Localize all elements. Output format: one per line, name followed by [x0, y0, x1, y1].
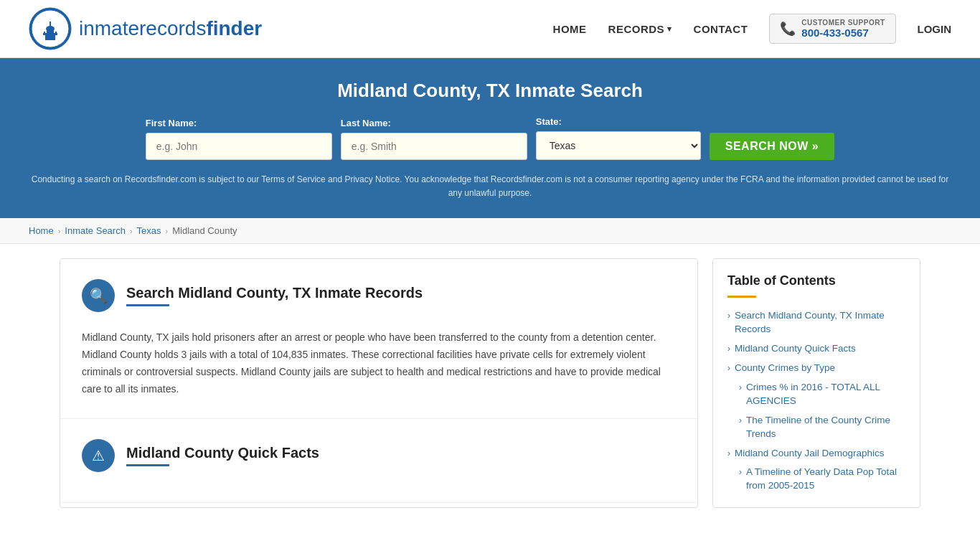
quick-facts-section: ⚠ Midland County Quick Facts — [60, 419, 697, 503]
chevron-icon-1: › — [727, 311, 730, 321]
last-name-group: Last Name: — [341, 118, 527, 160]
toc-title: Table of Contents — [727, 273, 905, 288]
toc-item-3: › County Crimes by Type — [727, 362, 905, 375]
toc-link-6[interactable]: Midland County Jail Demographics — [735, 447, 885, 461]
chevron-icon-2: › — [727, 344, 730, 354]
toc-link-3[interactable]: County Crimes by Type — [735, 362, 835, 375]
toc-box: Table of Contents › Search Midland Count… — [712, 258, 920, 508]
breadcrumb-home[interactable]: Home — [29, 225, 54, 236]
last-name-input[interactable] — [341, 133, 527, 160]
search-form: First Name: Last Name: State: Texas SEAR… — [29, 116, 951, 160]
warning-icon: ⚠ — [82, 439, 115, 472]
section-underline-2 — [126, 464, 169, 466]
breadcrumb-texas[interactable]: Texas — [137, 225, 161, 236]
last-name-label: Last Name: — [341, 118, 391, 128]
hero-title: Midland County, TX Inmate Search — [29, 80, 951, 102]
section-title-quickfacts: Midland County Quick Facts — [126, 445, 319, 461]
nav-contact[interactable]: CONTACT — [694, 23, 748, 35]
svg-rect-6 — [50, 22, 51, 29]
section-header-inmate: 🔍 Search Midland County, TX Inmate Recor… — [82, 279, 676, 312]
logo-text-bold: finder — [206, 17, 262, 39]
disclaimer-text: Conducting a search on Recordsfinder.com… — [29, 173, 951, 200]
section-title-wrapper-2: Midland County Quick Facts — [126, 445, 319, 466]
svg-rect-2 — [45, 34, 55, 40]
svg-rect-11 — [55, 32, 57, 34]
breadcrumb-midland-county: Midland County — [172, 225, 237, 236]
search-button[interactable]: SEARCH NOW » — [710, 133, 834, 160]
customer-support-box[interactable]: 📞 CUSTOMER SUPPORT 800-433-0567 — [769, 14, 895, 44]
support-label: CUSTOMER SUPPORT — [801, 19, 885, 27]
chevron-icon-6: › — [727, 448, 730, 458]
main-content: 🔍 Search Midland County, TX Inmate Recor… — [31, 258, 949, 508]
toc-link-2[interactable]: Midland County Quick Facts — [735, 342, 856, 356]
phone-icon: 📞 — [780, 21, 796, 37]
nav-home[interactable]: HOME — [553, 23, 587, 35]
search-icon: 🔍 — [82, 279, 115, 312]
inmate-records-section: 🔍 Search Midland County, TX Inmate Recor… — [60, 259, 697, 418]
breadcrumb-inmate-search[interactable]: Inmate Search — [65, 225, 126, 236]
toc-link-1[interactable]: Search Midland County, TX Inmate Records — [735, 309, 905, 336]
toc-item-4: › Crimes % in 2016 - TOTAL ALL AGENCIES — [727, 381, 905, 408]
hero-section: Midland County, TX Inmate Search First N… — [0, 58, 980, 218]
section-title-inmate: Search Midland County, TX Inmate Records — [126, 285, 423, 301]
toc-link-5[interactable]: The Timeline of the County Crime Trends — [746, 414, 905, 441]
support-phone: 800-433-0567 — [801, 27, 885, 39]
state-group: State: Texas — [536, 116, 701, 160]
toc-item-1: › Search Midland County, TX Inmate Recor… — [727, 309, 905, 336]
state-label: State: — [536, 116, 562, 127]
state-select[interactable]: Texas — [536, 131, 701, 160]
breadcrumb-sep-2: › — [130, 227, 133, 235]
right-column: Table of Contents › Search Midland Count… — [712, 258, 920, 508]
chevron-icon-3: › — [727, 363, 730, 373]
site-header: inmaterecordsfinder HOME RECORDS ▾ CONTA… — [0, 0, 980, 58]
support-info: CUSTOMER SUPPORT 800-433-0567 — [801, 19, 885, 39]
section-underline — [126, 304, 169, 306]
toc-item-2: › Midland County Quick Facts — [727, 342, 905, 356]
chevron-icon-4: › — [739, 382, 742, 392]
toc-item-6: › Midland County Jail Demographics — [727, 447, 905, 461]
breadcrumb: Home › Inmate Search › Texas › Midland C… — [0, 218, 980, 244]
chevron-down-icon: ▾ — [667, 24, 672, 34]
left-column: 🔍 Search Midland County, TX Inmate Recor… — [60, 258, 698, 508]
toc-item-5: › The Timeline of the County Crime Trend… — [727, 414, 905, 441]
svg-rect-7 — [44, 32, 45, 34]
first-name-label: First Name: — [146, 118, 197, 128]
svg-rect-9 — [50, 32, 51, 34]
breadcrumb-sep-3: › — [166, 227, 169, 235]
logo-icon — [29, 7, 72, 50]
toc-link-4[interactable]: Crimes % in 2016 - TOTAL ALL AGENCIES — [746, 381, 905, 408]
toc-list: › Search Midland County, TX Inmate Recor… — [727, 309, 905, 493]
main-nav: HOME RECORDS ▾ CONTACT 📞 CUSTOMER SUPPOR… — [553, 14, 951, 44]
svg-rect-8 — [47, 32, 48, 34]
logo[interactable]: inmaterecordsfinder — [29, 7, 262, 50]
chevron-icon-5: › — [739, 415, 742, 425]
inmate-records-body: Midland County, TX jails hold prisoners … — [82, 322, 676, 397]
nav-records[interactable]: RECORDS ▾ — [608, 23, 672, 35]
logo-wordmark: inmaterecordsfinder — [79, 17, 262, 40]
toc-underline — [727, 296, 756, 298]
first-name-input[interactable] — [146, 133, 332, 160]
section-header-quickfacts: ⚠ Midland County Quick Facts — [82, 439, 676, 472]
svg-rect-10 — [52, 32, 54, 34]
logo-text-light: inmaterecords — [79, 17, 206, 39]
toc-link-7[interactable]: A Timeline of Yearly Data Pop Total from… — [746, 466, 905, 493]
section-title-wrapper: Search Midland County, TX Inmate Records — [126, 285, 423, 306]
toc-item-7: › A Timeline of Yearly Data Pop Total fr… — [727, 466, 905, 493]
breadcrumb-sep-1: › — [58, 227, 61, 235]
chevron-icon-7: › — [739, 467, 742, 477]
nav-login[interactable]: LOGIN — [918, 23, 952, 35]
first-name-group: First Name: — [146, 118, 332, 160]
